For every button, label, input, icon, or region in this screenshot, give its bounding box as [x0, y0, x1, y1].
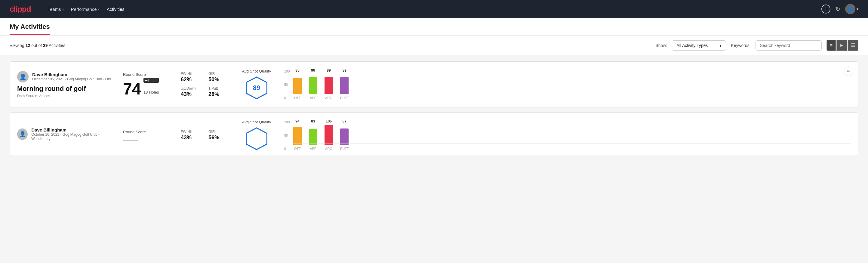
user-info: 👤 Dave Billingham December 05, 2021 - Go… [17, 71, 114, 83]
dropdown-chevron-icon: ▾ [719, 43, 721, 48]
bar-value-label: 90 [311, 68, 315, 72]
putt-bar [340, 128, 349, 145]
bar-value-label: 89 [343, 68, 346, 72]
updown-stat: Up/Down 43% [181, 86, 201, 97]
chart-y-labels: 100 50 0 [284, 120, 290, 150]
bar-label: OTT [294, 96, 301, 99]
bar-value-label: 85 [296, 68, 299, 72]
avatar: 👤 [17, 128, 28, 140]
grid-view-button[interactable]: ⊞ [836, 40, 847, 51]
fw-hit-stat: FW Hit 43% [181, 130, 201, 141]
activity-card: 👤 Dave Billingham October 16, 2021 - Gog… [10, 112, 858, 156]
chart-baseline [293, 93, 851, 93]
teams-chevron-icon: ▾ [62, 7, 64, 11]
bar-label: OTT [294, 147, 301, 150]
gir-stat: GIR 56% [209, 130, 229, 141]
refresh-icon[interactable]: ↻ [835, 5, 840, 12]
page-title: My Activities [10, 18, 50, 35]
putt-bar [340, 77, 349, 94]
hexagon-container: 89 [239, 76, 275, 100]
user-date: October 16, 2021 - Gog Magog Golf Club -… [31, 133, 114, 141]
score-placeholder [123, 140, 138, 141]
bar-value-label: 94 [296, 119, 299, 123]
avg-shot-quality-section: Avg Shot Quality 89 [239, 69, 275, 100]
hexagon: 89 [245, 76, 269, 100]
score-number: 74 [123, 81, 141, 97]
bar-value-label: 89 [327, 68, 331, 72]
compact-view-button[interactable]: ☰ [847, 40, 858, 51]
sub-header: My Activities [0, 18, 868, 35]
hexagon-container [239, 127, 275, 151]
gir-stat: GIR 50% [209, 71, 229, 83]
user-date: December 05, 2021 - Gog Magog Golf Club … [32, 77, 111, 81]
bar-group: 106ARG [324, 119, 333, 150]
chart-baseline [293, 144, 851, 144]
data-source: Data Source: Arccos [17, 94, 114, 98]
avatar[interactable]: 👤 [845, 4, 856, 14]
hexagon-svg [245, 127, 269, 151]
round-score-label: Round Score [123, 130, 171, 134]
bar-group: 89PUTT [340, 68, 349, 99]
activity-card: ✏ 👤 Dave Billingham December 05, 2021 - … [10, 61, 858, 108]
add-icon[interactable]: + [822, 4, 830, 13]
chart-y-labels: 100 50 0 [284, 69, 290, 99]
nav-performance[interactable]: Performance ▾ [69, 5, 102, 13]
ott-bar [293, 127, 302, 145]
bar-label: PUTT [340, 96, 349, 99]
stats-grid: FW Hit 43% GIR 56% [181, 130, 229, 141]
nav-activities[interactable]: Activities [104, 5, 127, 13]
oneputt-stat: 1 Putt 28% [209, 86, 229, 97]
card-left: 👤 Dave Billingham December 05, 2021 - Go… [17, 71, 114, 98]
avg-shot-quality-section: Avg Shot Quality [239, 120, 275, 151]
header-right: + ↻ 👤 ▾ [822, 4, 858, 14]
activity-type-dropdown[interactable]: All Activity Types ▾ [672, 40, 726, 51]
avg-shot-label: Avg Shot Quality [239, 69, 275, 74]
arg-bar [324, 125, 333, 145]
fw-hit-stat: FW Hit 62% [181, 71, 201, 83]
viewing-count-text: Viewing 12 out of 29 Activities [10, 43, 651, 48]
performance-chevron-icon: ▾ [98, 7, 99, 11]
view-toggle: ≡ ⊞ ☰ [827, 40, 858, 51]
card-left: 👤 Dave Billingham October 16, 2021 - Gog… [17, 127, 114, 143]
bar-group: 90APP [309, 68, 317, 99]
score-holes: 18 Holes [144, 90, 159, 94]
stats-grid: FW Hit 62% GIR 50% Up/Down 43% 1 Putt 28… [181, 71, 229, 97]
user-menu[interactable]: 👤 ▾ [845, 4, 858, 14]
show-label: Show: [655, 43, 667, 48]
list-view-button[interactable]: ≡ [827, 40, 836, 51]
user-info: 👤 Dave Billingham October 16, 2021 - Gog… [17, 127, 114, 141]
bar-chart-section: 100 50 0 85OTT90APP89ARG89PUTT [284, 69, 851, 99]
bar-group: 87PUTT [340, 119, 349, 150]
bar-value-label: 83 [311, 119, 315, 123]
search-input[interactable] [755, 40, 822, 51]
app-header: clippd Teams ▾ Performance ▾ Activities … [0, 0, 868, 18]
round-score-section: Round Score [123, 130, 171, 141]
arg-bar [324, 77, 333, 94]
user-name: Dave Billingham [32, 72, 111, 77]
hexagon-score: 89 [253, 84, 260, 92]
user-name: Dave Billingham [31, 127, 114, 133]
bar-label: APP [310, 96, 316, 99]
score-badge: +4 [144, 78, 159, 83]
filter-bar: Viewing 12 out of 29 Activities Show: Al… [0, 35, 868, 55]
bar-chart-section: 100 50 0 94OTT83APP106ARG87PUTT [284, 120, 851, 150]
keywords-label: Keywords: [731, 43, 750, 48]
score-row [123, 136, 171, 141]
bar-chart: 100 50 0 94OTT83APP106ARG87PUTT [284, 120, 851, 150]
avatar: 👤 [17, 71, 29, 83]
bar-label: PUTT [340, 147, 349, 150]
avg-shot-label: Avg Shot Quality [239, 120, 275, 124]
app-bar [309, 129, 317, 145]
app-bar [309, 77, 317, 94]
bar-value-label: 106 [326, 119, 332, 123]
bar-group: 83APP [309, 119, 317, 150]
bar-label: APP [310, 147, 316, 150]
ott-bar [293, 78, 302, 94]
app-logo[interactable]: clippd [10, 4, 31, 14]
bar-chart: 100 50 0 85OTT90APP89ARG89PUTT [284, 69, 851, 99]
round-score-section: Round Score 74 +4 18 Holes [123, 72, 171, 97]
svg-marker-1 [246, 128, 267, 150]
main-content: ✏ 👤 Dave Billingham December 05, 2021 - … [0, 55, 868, 263]
bar-value-label: 87 [343, 119, 346, 123]
nav-teams[interactable]: Teams ▾ [45, 5, 66, 13]
